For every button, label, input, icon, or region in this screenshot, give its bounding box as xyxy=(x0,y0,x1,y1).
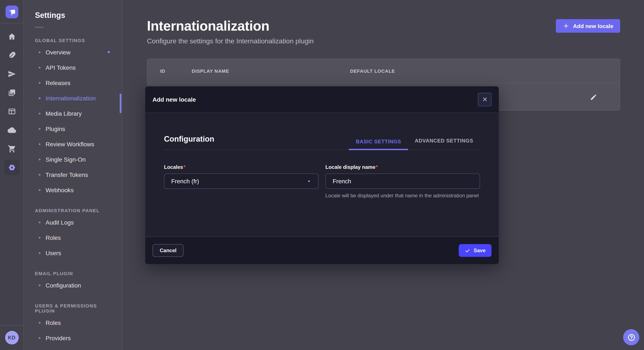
question-mark-icon xyxy=(627,333,636,342)
plus-icon xyxy=(563,22,570,29)
sidebar-scrollbar-thumb[interactable] xyxy=(120,94,122,113)
sidebar-item-audit-logs[interactable]: Audit Logs xyxy=(35,215,116,230)
config-section-title: Configuration xyxy=(164,135,214,150)
settings-tabs: BASIC SETTINGS ADVANCED SETTINGS xyxy=(349,138,480,150)
locales-field: Locales* French (fr) xyxy=(164,164,318,199)
sidebar-item-transfer-tokens[interactable]: Transfer Tokens xyxy=(35,167,116,182)
paper-plane-icon xyxy=(4,66,20,82)
table-header-row: ID DISPLAY NAME DEFAULT LOCALE xyxy=(147,59,620,83)
strapi-logo-icon[interactable] xyxy=(5,5,18,18)
modal-body: Configuration BASIC SETTINGS ADVANCED SE… xyxy=(145,113,499,236)
bullet-dot xyxy=(39,322,40,324)
rail-item-cloud[interactable] xyxy=(0,121,24,140)
rail-item-home[interactable] xyxy=(0,27,24,46)
sidebar-item-label: Overview xyxy=(46,49,70,56)
locales-select[interactable]: French (fr) xyxy=(164,174,318,189)
display-name-field: Locale display name* Locale will be disp… xyxy=(326,164,480,199)
title-rule xyxy=(35,27,44,28)
sidebar-item-label: Providers xyxy=(46,335,71,342)
sidebar-item-single-sign-on[interactable]: Single Sign-On xyxy=(35,152,116,167)
sidebar-item-label: Users xyxy=(46,250,61,256)
chevron-down-icon xyxy=(307,179,311,183)
bullet-dot xyxy=(39,82,40,84)
feather-icon xyxy=(4,48,20,63)
rail-item-deploy[interactable] xyxy=(0,65,24,83)
column-header-display-name: DISPLAY NAME xyxy=(192,68,350,74)
sidebar-item-plugins[interactable]: Plugins xyxy=(35,121,116,137)
rail-nav xyxy=(0,27,24,177)
notification-dot xyxy=(108,51,110,53)
sidebar-item-label: Roles xyxy=(46,319,61,326)
bullet-dot xyxy=(39,237,40,239)
nav-list: Configuration xyxy=(35,278,116,293)
locales-select-value: French (fr) xyxy=(171,178,199,184)
sidebar-item-api-tokens[interactable]: API Tokens xyxy=(35,60,116,75)
bullet-dot xyxy=(39,174,40,176)
pencil-icon xyxy=(590,93,597,101)
tab-basic-settings[interactable]: BASIC SETTINGS xyxy=(349,138,408,150)
bullet-dot xyxy=(39,252,40,254)
strapi-admin-screen: KD Settings GLOBAL SETTINGSOverviewAPI T… xyxy=(0,0,644,350)
display-name-label: Locale display name* xyxy=(326,164,480,170)
sidebar-item-label: Transfer Tokens xyxy=(46,172,88,178)
rail-item-content-manager[interactable] xyxy=(0,102,24,121)
sidebar-item-label: Webhooks xyxy=(46,187,74,193)
sidebar-title: Settings xyxy=(35,11,116,20)
rail-item-content-builder[interactable] xyxy=(0,46,24,65)
rail-item-media-library[interactable] xyxy=(0,83,24,102)
cart-icon xyxy=(4,141,20,157)
bullet-dot xyxy=(39,337,40,339)
modal-header: Add new locale xyxy=(145,86,499,113)
main-header: Internationalization Configure the setti… xyxy=(123,0,644,45)
sidebar-item-label: Configuration xyxy=(46,282,81,289)
sidebar-item-roles[interactable]: Roles xyxy=(35,230,116,245)
rail-divider xyxy=(0,325,24,326)
rail-divider xyxy=(0,23,24,23)
required-asterisk: * xyxy=(376,164,378,170)
sidebar-item-roles[interactable]: Roles xyxy=(35,315,116,331)
bullet-dot xyxy=(39,97,40,99)
sidebar-item-label: Audit Logs xyxy=(46,219,74,226)
rail-item-marketplace[interactable] xyxy=(0,140,24,158)
nav-list: Audit LogsRolesUsers xyxy=(35,215,116,261)
sidebar-item-label: Review Workflows xyxy=(46,141,94,148)
sidebar-item-providers[interactable]: Providers xyxy=(35,331,116,346)
settings-sidebar: Settings GLOBAL SETTINGSOverviewAPI Toke… xyxy=(24,0,122,350)
sidebar-item-label: Media Library xyxy=(46,110,82,117)
close-icon xyxy=(482,97,487,102)
cancel-button[interactable]: Cancel xyxy=(152,244,184,257)
sidebar-item-releases[interactable]: Releases xyxy=(35,75,116,91)
rail-item-settings[interactable] xyxy=(0,158,24,177)
close-modal-button[interactable] xyxy=(478,93,492,106)
sidebar-item-label: API Tokens xyxy=(46,64,76,71)
edit-locale-button[interactable] xyxy=(588,92,599,102)
column-header-default-locale: DEFAULT LOCALE xyxy=(350,68,395,74)
sidebar-item-overview[interactable]: Overview xyxy=(35,45,116,60)
avatar[interactable]: KD xyxy=(5,331,18,345)
sidebar-item-review-workflows[interactable]: Review Workflows xyxy=(35,137,116,152)
display-name-hint: Locale will be displayed under that name… xyxy=(326,192,480,199)
save-button[interactable]: Save xyxy=(459,244,492,257)
sidebar-item-users[interactable]: Users xyxy=(35,245,116,261)
help-button[interactable] xyxy=(623,329,639,345)
bullet-dot xyxy=(39,189,40,191)
bullet-dot xyxy=(39,159,40,160)
section-label: ADMINISTRATION PANEL xyxy=(35,208,116,213)
sidebar-item-internationalization[interactable]: Internationalization xyxy=(35,91,116,106)
display-name-input[interactable] xyxy=(326,174,480,189)
sidebar-item-configuration[interactable]: Configuration xyxy=(35,278,116,293)
section-label: EMAIL PLUGIN xyxy=(35,271,116,276)
sidebar-item-label: Single Sign-On xyxy=(46,156,86,163)
bullet-dot xyxy=(39,113,40,114)
sidebar-item-media-library[interactable]: Media Library xyxy=(35,106,116,121)
sidebar-nav: GLOBAL SETTINGSOverviewAPI TokensRelease… xyxy=(35,38,116,346)
modal-title: Add new locale xyxy=(152,96,196,103)
bullet-dot xyxy=(39,51,40,53)
modal-footer: Cancel Save xyxy=(145,236,499,264)
sidebar-item-webhooks[interactable]: Webhooks xyxy=(35,182,116,198)
tab-advanced-settings[interactable]: ADVANCED SETTINGS xyxy=(408,138,480,150)
gear-icon xyxy=(4,160,20,175)
home-icon xyxy=(4,29,20,44)
add-new-locale-button[interactable]: Add new locale xyxy=(556,19,620,33)
rail-bottom: KD xyxy=(0,325,24,350)
